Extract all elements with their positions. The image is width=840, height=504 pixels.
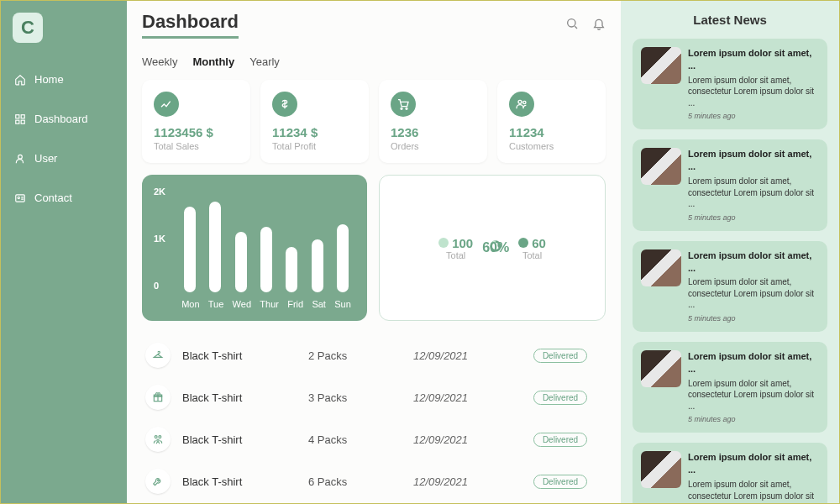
news-headline: Lorem ipsum dolor sit amet, ...	[688, 350, 819, 375]
news-item[interactable]: Lorem ipsum dolor sit amet, ...Lorem ips…	[633, 39, 827, 129]
bar	[312, 239, 323, 292]
news-headline: Lorem ipsum dolor sit amet, ...	[688, 451, 819, 476]
news-time: 5 minutes ago	[688, 213, 819, 223]
news-body: Lorem ipsum dolor sit amet, consectetur …	[688, 378, 819, 412]
news-thumbnail	[641, 148, 681, 185]
svg-point-17	[157, 439, 159, 441]
grid-icon	[14, 113, 26, 125]
order-row[interactable]: Black T-shirt3 Packs12/09/2021Delivered	[142, 376, 606, 418]
svg-rect-1	[21, 114, 24, 118]
sidebar: C Home Dashboard User Contact	[1, 1, 127, 503]
donut-chart: 100 Total 60% 60 Total	[379, 175, 606, 321]
svg-rect-3	[21, 120, 24, 123]
order-qty: 3 Packs	[308, 391, 413, 404]
gift-icon	[145, 385, 171, 410]
stat-label: Total Sales	[154, 141, 239, 151]
svg-point-8	[401, 108, 402, 109]
stat-label: Total Profit	[272, 141, 357, 151]
legend-value: 100	[452, 236, 473, 250]
news-time: 5 minutes ago	[688, 313, 819, 323]
order-row[interactable]: Black T-shirt6 Packs12/09/2021Delivered	[142, 460, 606, 502]
stat-total-sales[interactable]: 1123456 $ Total Sales	[142, 80, 250, 163]
news-thumbnail	[641, 47, 681, 84]
order-qty: 2 Packs	[308, 349, 413, 362]
sidebar-item-label: Dashboard	[34, 113, 88, 125]
svg-point-6	[18, 197, 19, 198]
orders-list: Black T-shirt2 Packs12/09/2021DeliveredB…	[142, 334, 606, 502]
news-time: 5 minutes ago	[688, 111, 819, 121]
tab-weekly[interactable]: Weekly	[142, 55, 177, 68]
sidebar-item-dashboard[interactable]: Dashboard	[9, 104, 118, 134]
stat-label: Customers	[509, 141, 594, 151]
bar	[184, 207, 196, 292]
news-item[interactable]: Lorem ipsum dolor sit amet, ...Lorem ips…	[633, 443, 827, 503]
y-tick: 2K	[154, 186, 165, 197]
status-badge: Delivered	[533, 349, 587, 363]
x-label: Thur	[260, 299, 279, 309]
stat-customers[interactable]: 11234 Customers	[497, 80, 606, 163]
status-badge: Delivered	[533, 475, 587, 489]
weekly-bar-chart: 2K 1K 0 MonTueWedThurFridSatSun	[142, 175, 367, 321]
order-status: Delivered	[518, 349, 602, 363]
legend-dot-light	[438, 238, 449, 248]
sidebar-item-contact[interactable]: Contact	[9, 183, 118, 213]
news-body: Lorem ipsum dolor sit amet, consectetur …	[688, 276, 819, 311]
page-title: Dashboard	[142, 11, 239, 39]
status-badge: Delivered	[533, 433, 587, 447]
bar	[209, 202, 221, 292]
sidebar-item-user[interactable]: User	[9, 144, 118, 173]
order-row[interactable]: Black T-shirt2 Packs12/09/2021Delivered	[142, 334, 606, 376]
home-icon	[14, 74, 26, 86]
svg-point-9	[406, 108, 407, 109]
order-qty: 6 Packs	[308, 475, 413, 488]
sidebar-item-label: User	[34, 152, 57, 165]
order-name: Black T-shirt	[182, 433, 308, 446]
app-logo: C	[13, 13, 43, 43]
stat-total-profit[interactable]: 11234 $ Total Profit	[260, 80, 369, 163]
tab-yearly[interactable]: Yearly	[249, 55, 280, 68]
svg-rect-2	[16, 120, 19, 123]
sidebar-item-home[interactable]: Home	[9, 65, 118, 94]
order-row[interactable]: Black T-shirt4 Packs12/09/2021Delivered	[142, 418, 606, 460]
order-name: Black T-shirt	[182, 391, 308, 404]
bar	[260, 227, 272, 292]
users-icon	[509, 92, 534, 117]
x-label: Sat	[312, 299, 326, 309]
news-item[interactable]: Lorem ipsum dolor sit amet, ...Lorem ips…	[633, 342, 827, 433]
order-status: Delivered	[518, 433, 602, 447]
legend-label: Total	[522, 250, 542, 260]
svg-point-16	[159, 436, 161, 438]
tab-monthly[interactable]: Monthly	[192, 55, 234, 68]
sidebar-item-label: Home	[34, 73, 64, 86]
svg-point-15	[155, 436, 157, 438]
order-name: Black T-shirt	[182, 475, 308, 488]
tool-icon	[145, 469, 171, 494]
legend-label: Total	[446, 250, 465, 260]
stat-label: Orders	[391, 141, 475, 151]
search-icon[interactable]	[565, 17, 579, 34]
news-panel: Latest News Lorem ipsum dolor sit amet, …	[621, 1, 839, 503]
legend-dot-dark	[518, 238, 528, 248]
bell-icon[interactable]	[592, 17, 606, 34]
status-badge: Delivered	[533, 391, 587, 405]
period-tabs: Weekly Monthly Yearly	[142, 55, 606, 68]
svg-point-7	[568, 18, 575, 26]
stat-orders[interactable]: 1236 Orders	[379, 80, 487, 163]
news-item[interactable]: Lorem ipsum dolor sit amet, ...Lorem ips…	[633, 139, 827, 230]
news-headline: Lorem ipsum dolor sit amet, ...	[688, 249, 819, 275]
news-item[interactable]: Lorem ipsum dolor sit amet, ...Lorem ips…	[633, 241, 827, 332]
donut-legend-right: 60 Total	[518, 236, 546, 260]
donut-center-label: 60%	[482, 240, 509, 255]
id-icon	[14, 192, 26, 204]
dollar-icon	[272, 92, 297, 117]
stat-value: 1236	[391, 125, 475, 139]
news-thumbnail	[641, 249, 681, 286]
svg-rect-5	[16, 194, 25, 201]
y-tick: 0	[154, 281, 165, 291]
header: Dashboard	[142, 11, 606, 39]
news-time: 5 minutes ago	[688, 414, 819, 424]
y-tick: 1K	[154, 234, 165, 244]
order-date: 12/09/2021	[413, 433, 518, 446]
stat-value: 1123456 $	[154, 125, 239, 139]
bar	[337, 224, 349, 292]
